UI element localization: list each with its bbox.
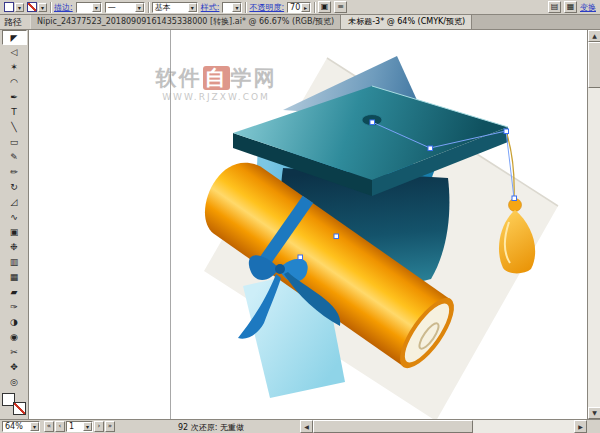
- chevron-down-icon[interactable]: ▾: [188, 3, 197, 12]
- free-transform-tool[interactable]: ▣: [2, 225, 27, 240]
- chevron-down-icon[interactable]: ▾: [135, 3, 144, 12]
- horizontal-scrollbar[interactable]: ◀ ▶: [300, 420, 587, 433]
- scale-tool[interactable]: ◿: [2, 195, 27, 210]
- separator: [50, 2, 51, 13]
- stroke-profile-value: —: [106, 3, 135, 12]
- watermark-url: WWW.RJZXW.COM: [128, 92, 304, 102]
- status-bar: 64% ▾ « ‹ 1 ▾ › » 92 次还原: 无重做 ◀ ▶: [0, 419, 600, 433]
- rotate-tool[interactable]: ↻: [2, 180, 27, 195]
- stroke-color-control[interactable]: ▾: [27, 2, 47, 12]
- ribbon-knot: [275, 264, 285, 274]
- vertical-scrollbar[interactable]: ▲ ▼: [587, 30, 600, 419]
- options-bar: ▾ ▾ 描边: ▾ — ▾ 基本 ▾ 样式: ▾ 不透明度: 70 ▸: [0, 0, 600, 15]
- scroll-down-icon[interactable]: ▼: [588, 407, 600, 419]
- illustrator-window: ▾ ▾ 描边: ▾ — ▾ 基本 ▾ 样式: ▾ 不透明度: 70 ▸: [0, 0, 600, 433]
- align-icon[interactable]: ≡: [334, 1, 347, 13]
- opacity-panel-link[interactable]: 不透明度:: [249, 2, 284, 13]
- scroll-left-icon[interactable]: ◀: [300, 420, 313, 433]
- symbol-sprayer-tool[interactable]: ❉: [2, 240, 27, 255]
- brush-definition-combo[interactable]: 基本 ▾: [152, 2, 198, 13]
- last-artboard-button[interactable]: »: [105, 421, 115, 432]
- canvas[interactable]: 软件自学网 WWW.RJZXW.COM: [29, 30, 587, 419]
- artboard-number-field[interactable]: 1 ▾: [66, 421, 93, 432]
- live-paint-bucket-tool[interactable]: ◉: [2, 330, 27, 345]
- separator: [245, 2, 246, 13]
- chevron-down-icon[interactable]: ▾: [232, 3, 241, 12]
- separator: [314, 2, 315, 13]
- style-panel-link[interactable]: 样式:: [201, 2, 220, 13]
- first-artboard-button[interactable]: «: [44, 421, 54, 432]
- path-anchor[interactable]: [504, 129, 509, 134]
- fill-stroke-indicator[interactable]: [2, 393, 26, 415]
- recolor-artwork-icon[interactable]: ▣: [318, 1, 331, 13]
- horizontal-scroll-thumb[interactable]: [313, 420, 473, 433]
- status-text[interactable]: 92 次还原: 无重做: [178, 422, 244, 433]
- chevron-down-icon[interactable]: ▾: [30, 422, 39, 431]
- gradient-tool[interactable]: ▰: [2, 285, 27, 300]
- scroll-right-icon[interactable]: ▶: [574, 420, 587, 433]
- stroke-profile-combo[interactable]: — ▾: [105, 2, 145, 13]
- mesh-tool[interactable]: ▦: [2, 270, 27, 285]
- previous-artboard-button[interactable]: ‹: [55, 421, 65, 432]
- stroke-swatch[interactable]: [13, 402, 26, 415]
- fill-color-control[interactable]: ▾: [4, 2, 24, 12]
- column-graph-tool[interactable]: ▥: [2, 255, 27, 270]
- fill-color-swatch: [4, 2, 14, 12]
- chevron-down-icon[interactable]: ▾: [92, 3, 101, 12]
- zoom-level-combo[interactable]: 64% ▾: [2, 421, 40, 432]
- chevron-down-icon[interactable]: ▾: [38, 3, 47, 12]
- pencil-tool[interactable]: ✏: [2, 165, 27, 180]
- watermark-logo-char: 自: [203, 66, 230, 90]
- type-tool[interactable]: T: [2, 105, 27, 120]
- document-tab-bar: 路径 Nipic_24377523_20180909161435338000 […: [0, 15, 600, 30]
- hand-tool[interactable]: ✥: [2, 360, 27, 375]
- chevron-right-icon[interactable]: ▸: [301, 3, 310, 12]
- watermark: 软件自学网 WWW.RJZXW.COM: [128, 64, 304, 102]
- document-setup-icon[interactable]: ▤: [548, 1, 561, 13]
- style-combo[interactable]: ▾: [222, 2, 242, 13]
- tab-label: Nipic_24377523_20180909161435338000 [转换]…: [37, 17, 334, 26]
- lasso-tool[interactable]: ◠: [2, 75, 27, 90]
- artboard-number-value: 1: [67, 422, 83, 431]
- path-anchor[interactable]: [370, 120, 375, 125]
- selection-type-label: 路径: [0, 15, 30, 29]
- selection-tool[interactable]: ◤: [2, 30, 27, 45]
- warp-tool[interactable]: ∿: [2, 210, 27, 225]
- next-artboard-button[interactable]: ›: [94, 421, 104, 432]
- tool-palette: ◤◁✶◠✒T╲▭✎✏↻◿∿▣❉▥▦▰✑◑◉✂✥◎: [0, 30, 29, 419]
- paintbrush-tool[interactable]: ✎: [2, 150, 27, 165]
- opacity-combo[interactable]: 70 ▸: [287, 2, 311, 13]
- pen-tool[interactable]: ✒: [2, 90, 27, 105]
- path-anchor[interactable]: [512, 196, 517, 201]
- path-anchor[interactable]: [428, 146, 433, 151]
- watermark-text: 学网: [231, 66, 277, 90]
- transform-panel-link[interactable]: 变换: [580, 2, 596, 13]
- magic-wand-tool[interactable]: ✶: [2, 60, 27, 75]
- stroke-panel-link[interactable]: 描边:: [54, 2, 73, 13]
- zoom-tool[interactable]: ◎: [2, 375, 27, 390]
- separator: [148, 2, 149, 13]
- direct-selection-tool[interactable]: ◁: [2, 45, 27, 60]
- chevron-down-icon[interactable]: ▾: [15, 3, 24, 12]
- slice-tool[interactable]: ✂: [2, 345, 27, 360]
- rectangle-tool[interactable]: ▭: [2, 135, 27, 150]
- opacity-value: 70: [288, 3, 301, 12]
- line-segment-tool[interactable]: ╲: [2, 120, 27, 135]
- resize-corner: [587, 420, 600, 433]
- eyedropper-tool[interactable]: ✑: [2, 300, 27, 315]
- blend-tool[interactable]: ◑: [2, 315, 27, 330]
- tab-label: 未标题-3* @ 64% (CMYK/预览): [348, 17, 465, 26]
- path-anchor[interactable]: [334, 234, 339, 239]
- chevron-down-icon[interactable]: ▾: [83, 422, 92, 431]
- brush-definition-value: 基本: [153, 3, 188, 12]
- preferences-icon[interactable]: ▦: [564, 1, 577, 13]
- document-tab-untitled[interactable]: 未标题-3* @ 64% (CMYK/预览): [341, 15, 472, 29]
- path-anchor[interactable]: [298, 255, 303, 260]
- document-tab-nipic[interactable]: Nipic_24377523_20180909161435338000 [转换]…: [30, 15, 341, 29]
- scroll-up-icon[interactable]: ▲: [588, 30, 600, 42]
- vertical-scroll-thumb[interactable]: [588, 42, 600, 88]
- stroke-color-swatch: [27, 2, 37, 12]
- stroke-width-combo[interactable]: ▾: [76, 2, 102, 13]
- zoom-level-value: 64%: [3, 422, 30, 431]
- watermark-title: 软件自学网: [128, 64, 304, 92]
